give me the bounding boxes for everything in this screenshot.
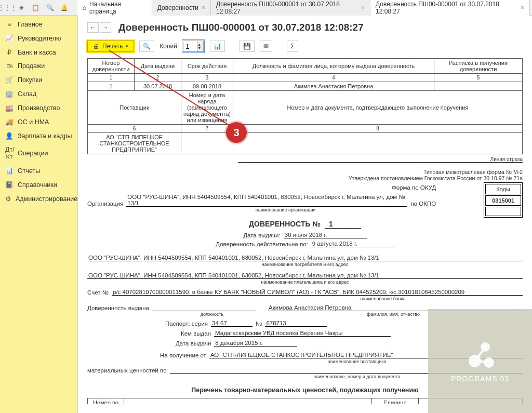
okud-value: 0315001 <box>485 195 521 206</box>
tab-2[interactable]: Доверенность ПШ00-000001 от 30.07.2018 1… <box>211 0 370 16</box>
account-label: Счет № <box>87 289 109 296</box>
issue-date-label: Дата выдачи: <box>243 232 281 238</box>
print-button[interactable]: 🖨 Печать ▾ <box>87 41 134 52</box>
sidebar-item-10[interactable]: 📊Отчеты <box>0 164 77 178</box>
mail-button[interactable]: ✉ <box>260 41 272 52</box>
sidebar: ≡Главное📈Руководителю₽Банк и касса🛍Прода… <box>0 16 78 413</box>
receipt-label: На получение от <box>160 352 206 358</box>
sidebar-label: ОС и НМА <box>18 118 49 126</box>
org-label: Организация <box>87 201 123 207</box>
sidebar-item-6[interactable]: 🏭Производство <box>0 101 77 115</box>
sidebar-item-4[interactable]: 🛒Покупки <box>0 73 77 87</box>
sidebar-label: Банк и касса <box>18 49 56 56</box>
doc-title: ДОВЕРЕННОСТЬ № 1 <box>87 220 523 229</box>
sidebar-icon: ₽ <box>5 48 14 56</box>
star-icon[interactable]: ★ <box>17 3 26 13</box>
tabs: ⌂Начальная страницаДоверенности×Доверенн… <box>77 0 530 16</box>
sidebar-icon: 👤 <box>5 132 14 140</box>
sidebar-label: Продажи <box>18 62 45 70</box>
account-sub: наименование банка <box>243 296 523 301</box>
tab-label: Доверенности <box>157 4 198 11</box>
callout-badge: 3 <box>226 122 247 143</box>
cell: 1 <box>88 82 135 91</box>
cell: 1 <box>88 74 135 82</box>
valid-label: Доверенность действительна по: <box>216 241 308 247</box>
sidebar-icon: Дт/Кт <box>5 146 14 161</box>
sidebar-item-9[interactable]: Дт/КтОперации <box>0 143 77 164</box>
copies-input[interactable] <box>183 41 197 52</box>
sidebar-item-8[interactable]: 👤Зарплата и кадры <box>0 129 77 143</box>
sidebar-item-2[interactable]: ₽Банк и касса <box>0 45 77 59</box>
sidebar-icon: 📊 <box>5 167 14 175</box>
paste-icon[interactable]: 📋 <box>31 3 41 13</box>
header-table: Номер доверенностиДата выдачиСрок действ… <box>87 58 523 154</box>
search-icon[interactable]: 🔍 <box>45 3 55 13</box>
sidebar-item-7[interactable]: 🚚ОС и НМА <box>0 115 77 129</box>
tab-label: Доверенность ПШ00-000001 от 30.07.2018 1… <box>376 1 517 15</box>
sidebar-item-3[interactable]: 🛍Продажи <box>0 59 77 73</box>
issuedby-label: Кем выдан <box>181 330 211 337</box>
sidebar-item-11[interactable]: 📓Справочники <box>0 178 77 192</box>
cell: Срок действия <box>181 59 233 74</box>
sidebar-label: Зарплата и кадры <box>18 132 72 140</box>
save-button[interactable]: 💾 <box>240 41 255 52</box>
sidebar-item-12[interactable]: ⚙Администрирование <box>0 192 77 206</box>
sidebar-label: Склад <box>18 90 36 98</box>
back-button[interactable]: ← <box>87 22 99 33</box>
payer-value: ООО "РУС-ШИНА", ИНН 5404509554, КПП 5404… <box>87 272 523 279</box>
form-note-1: Типовая межотраслевая форма № М-2 <box>87 169 523 175</box>
sidebar-label: Администрирование <box>16 195 77 203</box>
sidebar-label: Операции <box>18 150 48 157</box>
home-icon: ⌂ <box>83 4 86 11</box>
tab-label: Доверенность ПШ00-000001 от 30.07.2018 1… <box>216 1 358 15</box>
print-label: Печать <box>102 43 123 50</box>
sidebar-icon: 🏢 <box>5 90 14 98</box>
goods-label: материальных ценностей по <box>87 367 167 374</box>
close-icon[interactable]: × <box>361 4 365 11</box>
cell: Расписка в получении доверенности <box>434 59 523 74</box>
codes-header: Коды <box>485 184 521 194</box>
sidebar-icon: 🏭 <box>5 104 14 112</box>
sidebar-label: Справочники <box>18 181 57 189</box>
sidebar-label: Руководителю <box>18 35 61 42</box>
okpo-label: по ОКПО <box>410 201 436 207</box>
cut-line: Линия отреза <box>238 154 523 163</box>
org-sub: наименование организации <box>87 207 523 212</box>
apps-icon[interactable]: ⋮⋮⋮ <box>2 3 12 13</box>
excel-button[interactable]: 📊 <box>210 41 225 52</box>
sidebar-icon: 🚚 <box>5 118 14 126</box>
tab-1[interactable]: Доверенности× <box>152 0 211 16</box>
bell-icon[interactable]: 🔔 <box>59 3 69 13</box>
sidebar-label: Производство <box>18 104 60 112</box>
sidebar-item-0[interactable]: ≡Главное <box>0 18 77 31</box>
sidebar-item-1[interactable]: 📈Руководителю <box>0 31 77 45</box>
preview-button[interactable]: 🔍 <box>139 41 154 52</box>
copies-spinner[interactable]: ▲▼ <box>197 41 204 52</box>
passport-label: Паспорт: серия <box>165 321 208 327</box>
sum-button[interactable]: Σ <box>287 41 298 52</box>
payer-sub: наименование плательщика и его адрес <box>87 279 523 285</box>
sidebar-label: Отчеты <box>18 167 40 175</box>
close-icon[interactable]: × <box>202 4 205 11</box>
close-icon[interactable]: × <box>521 4 524 11</box>
position-sub: должность <box>160 312 264 317</box>
org-value: ООО "РУС-ШИНА", ИНН 5404509554, КПП 5404… <box>126 194 407 207</box>
issued-position <box>152 311 256 311</box>
forward-button[interactable]: → <box>100 22 111 33</box>
sidebar-icon: ⚙ <box>5 195 11 203</box>
cell: Акимова Анастасия Петровна <box>233 82 434 91</box>
top-toolbar: ⋮⋮⋮ ★ 📋 🔍 🔔 ⌂Начальная страницаДоверенно… <box>0 0 532 16</box>
copies-control: Копий: ▲▼ <box>159 39 205 53</box>
tab-0[interactable]: ⌂Начальная страница <box>77 0 152 16</box>
sidebar-item-5[interactable]: 🏢Склад <box>0 87 77 101</box>
sidebar-icon: ≡ <box>5 21 14 28</box>
cell: 30.07.2018 <box>135 82 181 91</box>
tab-label: Начальная страница <box>89 1 147 15</box>
consumer-sub: наименование потребителя и его адрес <box>87 262 523 267</box>
passport-series: 34 67 <box>211 320 252 327</box>
print-icon: 🖨 <box>93 43 99 50</box>
tab-3[interactable]: Доверенность ПШ00-000001 от 30.07.2018 1… <box>370 0 530 16</box>
codes-box: Коды 0315001 <box>484 182 523 218</box>
svg-line-3 <box>476 347 485 359</box>
form-note-2: Утверждена постановлением Госкомстата Ро… <box>87 175 523 181</box>
